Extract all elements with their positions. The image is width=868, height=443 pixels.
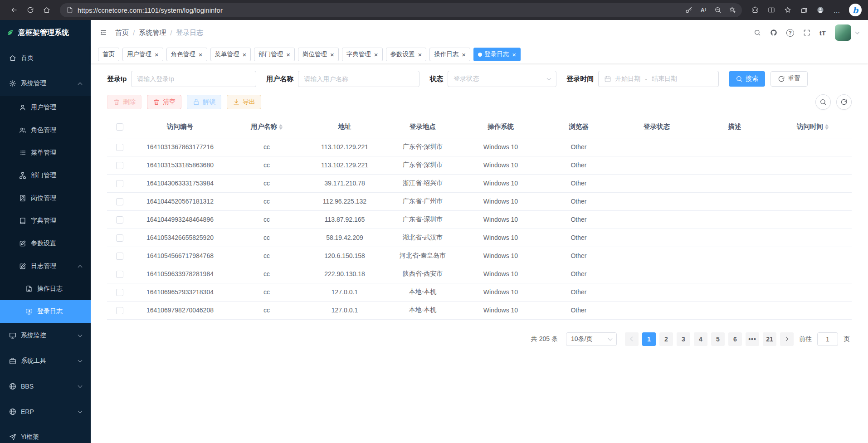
tab-role-mgmt[interactable]: 角色管理× bbox=[166, 48, 207, 61]
sidebar-item-system-tools[interactable]: 系统工具 bbox=[0, 348, 91, 374]
close-icon[interactable]: × bbox=[330, 51, 334, 58]
next-page-button[interactable] bbox=[780, 332, 794, 346]
row-checkbox[interactable] bbox=[116, 253, 123, 260]
close-icon[interactable]: × bbox=[286, 51, 290, 58]
favorites-bar-icon[interactable] bbox=[780, 2, 795, 18]
add-favorite-icon[interactable] bbox=[726, 4, 739, 16]
status-select[interactable]: 登录状态 bbox=[448, 71, 556, 87]
more-pages-button[interactable]: ••• bbox=[746, 332, 759, 346]
sidebar-item-post-mgmt[interactable]: 岗位管理 bbox=[0, 187, 91, 209]
sidebar-item-log-mgmt[interactable]: 日志管理 bbox=[0, 255, 91, 277]
read-aloud-icon[interactable]: A⁾ bbox=[697, 4, 710, 16]
sidebar-item-system-monitor[interactable]: 系统监控 bbox=[0, 323, 91, 348]
delete-button[interactable]: 删除 bbox=[107, 95, 141, 109]
select-all-checkbox[interactable] bbox=[116, 123, 123, 131]
row-checkbox[interactable] bbox=[116, 180, 123, 187]
tab-menu-mgmt[interactable]: 菜单管理× bbox=[210, 48, 251, 61]
close-icon[interactable]: × bbox=[374, 51, 378, 58]
row-checkbox[interactable] bbox=[116, 234, 123, 242]
browser-refresh-button[interactable] bbox=[23, 2, 38, 18]
row-checkbox[interactable] bbox=[116, 307, 123, 314]
fullscreen-icon[interactable] bbox=[803, 29, 810, 36]
sidebar-item-login-log[interactable]: 登录日志 bbox=[0, 300, 91, 323]
clear-button[interactable]: 清空 bbox=[147, 95, 181, 109]
jump-page-input[interactable] bbox=[817, 332, 838, 346]
sort-icon[interactable] bbox=[279, 122, 283, 131]
page-button-1[interactable]: 1 bbox=[642, 332, 656, 346]
user-name-input[interactable] bbox=[298, 71, 419, 87]
browser-home-button[interactable] bbox=[39, 2, 54, 18]
breadcrumb-home[interactable]: 首页 bbox=[115, 29, 129, 37]
avatar-caret-icon[interactable] bbox=[855, 30, 860, 34]
refresh-table-button[interactable] bbox=[836, 94, 852, 110]
page-button-4[interactable]: 4 bbox=[694, 332, 707, 346]
unlock-button[interactable]: 解锁 bbox=[187, 95, 221, 109]
sidebar-item-yi-framework[interactable]: Yi框架 bbox=[0, 424, 91, 443]
sidebar-item-dept-mgmt[interactable]: 部门管理 bbox=[0, 164, 91, 187]
close-icon[interactable]: × bbox=[418, 51, 422, 58]
browser-profile-avatar[interactable] bbox=[813, 2, 828, 18]
sidebar-item-dict-mgmt[interactable]: 字典管理 bbox=[0, 209, 91, 232]
close-icon[interactable]: × bbox=[462, 51, 466, 58]
sidebar-item-bbs[interactable]: BBS bbox=[0, 374, 91, 399]
login-ip-input[interactable] bbox=[131, 71, 256, 87]
sidebar-item-menu-mgmt[interactable]: 菜单管理 bbox=[0, 141, 91, 164]
breadcrumb-system-mgmt[interactable]: 系统管理 bbox=[139, 29, 166, 37]
split-screen-icon[interactable] bbox=[764, 2, 779, 18]
page-button-5[interactable]: 5 bbox=[711, 332, 725, 346]
browser-back-button[interactable] bbox=[6, 2, 22, 18]
close-icon[interactable]: × bbox=[199, 51, 203, 58]
sidebar-item-erp[interactable]: ERP bbox=[0, 399, 91, 424]
help-icon[interactable]: ? bbox=[786, 29, 794, 37]
tab-login-log[interactable]: 登录日志× bbox=[473, 48, 521, 61]
close-icon[interactable]: × bbox=[243, 51, 247, 58]
toggle-search-button[interactable] bbox=[815, 94, 831, 110]
export-button[interactable]: 导出 bbox=[227, 95, 261, 109]
collections-icon[interactable] bbox=[796, 2, 812, 18]
row-checkbox[interactable] bbox=[116, 216, 123, 224]
tab-home[interactable]: 首页 bbox=[98, 48, 119, 61]
tab-op-log[interactable]: 操作日志× bbox=[429, 48, 470, 61]
page-button-6[interactable]: 6 bbox=[728, 332, 742, 346]
browser-menu-icon[interactable]: … bbox=[829, 2, 844, 18]
col-user-name[interactable]: 用户名称 bbox=[228, 116, 306, 138]
row-checkbox[interactable] bbox=[116, 162, 123, 169]
page-button-2[interactable]: 2 bbox=[659, 332, 673, 346]
github-icon[interactable] bbox=[770, 29, 777, 36]
sidebar-item-system-mgmt[interactable]: 系统管理 bbox=[0, 71, 91, 96]
close-icon[interactable]: × bbox=[512, 51, 516, 58]
sidebar-fold-icon[interactable] bbox=[100, 29, 107, 36]
browser-address-bar[interactable]: https://ccnetcore.com:1101/system/log/lo… bbox=[60, 3, 742, 17]
sidebar-item-op-log[interactable]: 操作日志 bbox=[0, 277, 91, 300]
sidebar-item-home[interactable]: 首页 bbox=[0, 45, 91, 71]
row-checkbox[interactable] bbox=[116, 289, 123, 296]
row-checkbox[interactable] bbox=[116, 198, 123, 205]
header-search-icon[interactable] bbox=[754, 29, 761, 36]
row-checkbox[interactable] bbox=[116, 271, 123, 278]
close-icon[interactable]: × bbox=[155, 51, 159, 58]
page-button-21[interactable]: 21 bbox=[763, 332, 776, 346]
zoom-out-icon[interactable] bbox=[711, 4, 725, 16]
sort-icon[interactable] bbox=[825, 122, 829, 131]
font-size-icon[interactable]: tT bbox=[819, 29, 826, 37]
sidebar-item-role-mgmt[interactable]: 角色管理 bbox=[0, 119, 91, 141]
tab-dept-mgmt[interactable]: 部门管理× bbox=[254, 48, 295, 61]
reset-button[interactable]: 重置 bbox=[770, 71, 808, 87]
col-time[interactable]: 访问时间 bbox=[774, 116, 852, 138]
extensions-icon[interactable] bbox=[747, 2, 763, 18]
prev-page-button[interactable] bbox=[625, 332, 639, 346]
user-avatar[interactable] bbox=[835, 24, 851, 41]
sidebar-item-user-mgmt[interactable]: 用户管理 bbox=[0, 96, 91, 119]
tab-user-mgmt[interactable]: 用户管理× bbox=[122, 48, 163, 61]
password-key-icon[interactable] bbox=[682, 4, 696, 16]
page-size-select[interactable]: 10条/页 bbox=[566, 332, 617, 346]
tab-post-mgmt[interactable]: 岗位管理× bbox=[298, 48, 339, 61]
page-button-3[interactable]: 3 bbox=[677, 332, 690, 346]
sidebar-item-param-settings[interactable]: 参数设置 bbox=[0, 232, 91, 255]
tab-param-settings[interactable]: 参数设置× bbox=[386, 48, 427, 61]
date-range-picker[interactable]: 开始日期 - 结束日期 bbox=[598, 71, 719, 87]
tab-dict-mgmt[interactable]: 字典管理× bbox=[342, 48, 383, 61]
search-button[interactable]: 搜索 bbox=[729, 71, 765, 87]
copilot-icon[interactable]: b bbox=[849, 4, 862, 16]
row-checkbox[interactable] bbox=[116, 144, 123, 151]
